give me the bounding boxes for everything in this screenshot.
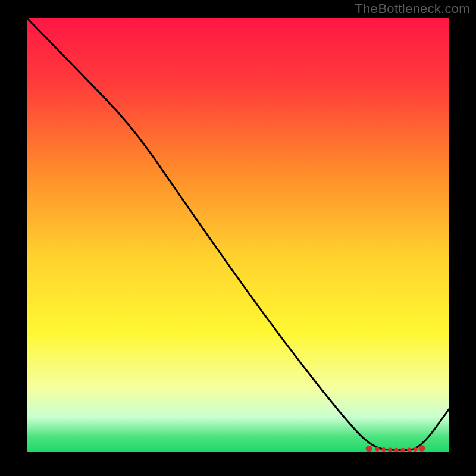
marker-dot [400, 448, 405, 452]
marker-dot [375, 447, 380, 451]
watermark-text: TheBottleneck.com [355, 1, 470, 17]
marker-dot [394, 448, 399, 452]
marker-dot [366, 446, 372, 452]
marker-dot [407, 447, 411, 452]
plot-area [27, 18, 449, 452]
marker-dot [388, 447, 392, 452]
marker-dot [414, 447, 418, 452]
chart-svg [27, 18, 449, 452]
marker-dot [418, 445, 425, 452]
chart-frame: TheBottleneck.com [0, 0, 476, 476]
marker-dot [381, 447, 386, 452]
